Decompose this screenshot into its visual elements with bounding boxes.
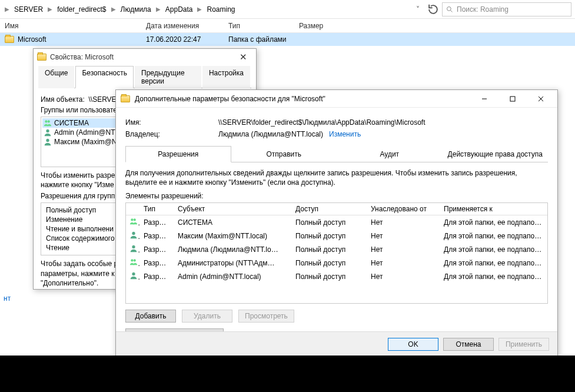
cancel-button[interactable]: Отмена (443, 338, 494, 351)
close-icon[interactable]: ✕ (234, 52, 252, 62)
file-row[interactable]: Microsoft 17.06.2020 22:47 Папка с файла… (0, 33, 575, 46)
description-text: Для получения дополнительных сведений дв… (125, 168, 548, 187)
principal-name: СИСТЕМА (54, 119, 89, 127)
svg-point-15 (134, 260, 136, 262)
col-size[interactable]: Размер (299, 22, 346, 30)
permission-entries-table[interactable]: Тип Субъект Доступ Унаследовано от Приме… (125, 202, 548, 304)
breadcrumb[interactable]: ▶ SERVER ▶ folder_redirect$ ▶ Людмила ▶ … (4, 4, 409, 15)
search-input[interactable]: Поиск: Roaming (442, 2, 571, 16)
refresh-icon[interactable] (427, 3, 440, 16)
table-row[interactable]: Разр…Людмила (Людмила@NTT.lo…Полный дост… (126, 242, 547, 256)
file-date: 17.06.2020 22:47 (146, 35, 228, 44)
th-type[interactable]: Тип (140, 203, 174, 215)
table-header[interactable]: Тип Субъект Доступ Унаследовано от Приме… (126, 203, 547, 215)
tab-previous-versions[interactable]: Предыдущие версии (135, 66, 201, 88)
svg-point-3 (48, 120, 50, 122)
dialog-titlebar[interactable]: Свойства: Microsoft ✕ (34, 49, 256, 65)
table-row[interactable]: Разр…Admin (Admin@NTT.local)Полный досту… (126, 270, 547, 283)
file-name: Microsoft (18, 35, 46, 44)
group-icon (129, 258, 138, 266)
black-bar (0, 356, 575, 392)
maximize-icon[interactable] (501, 91, 524, 107)
edit-hint-1: Чтобы изменить разре (41, 171, 115, 180)
owner-value: Людмила (Людмила@NTT.local) (218, 130, 323, 138)
minimize-icon[interactable] (473, 91, 496, 107)
tab-security[interactable]: Безопасность (75, 66, 134, 88)
cell-applies: Для этой папки, ее подпапок … (440, 271, 547, 283)
tab-audit[interactable]: Аудит (337, 146, 443, 162)
col-type[interactable]: Тип (228, 22, 299, 30)
dialog-titlebar[interactable]: Дополнительные параметры безопасности дл… (116, 90, 557, 108)
apply-button: Применить (498, 338, 549, 351)
ok-button[interactable]: OK (388, 338, 438, 351)
cell-subject: Admin (Admin@NTT.local) (174, 271, 292, 283)
cell-inherited: Нет (367, 257, 440, 269)
tab-general[interactable]: Общие (38, 66, 74, 88)
col-date[interactable]: Дата изменения (146, 22, 228, 30)
col-name[interactable]: Имя (0, 22, 146, 30)
search-placeholder: Поиск: Roaming (457, 5, 508, 14)
dialog-title: Дополнительные параметры безопасности дл… (135, 95, 468, 103)
column-headers[interactable]: Имя Дата изменения Тип Размер (0, 19, 575, 33)
change-owner-link[interactable]: Изменить (329, 130, 361, 138)
cell-access: Полный доступ (292, 230, 367, 242)
cell-type: Разр… (140, 257, 174, 269)
svg-rect-7 (510, 97, 515, 101)
user-icon (129, 271, 138, 280)
add-button[interactable]: Добавить (125, 310, 176, 323)
table-row[interactable]: Разр…СИСТЕМАПолный доступНетДля этой пап… (126, 215, 547, 229)
advanced-hint-3: "Дополнительно". (41, 279, 98, 287)
chevron-right-icon: ▶ (4, 6, 11, 12)
group-icon (44, 119, 52, 127)
cell-access: Полный доступ (292, 257, 367, 269)
close-icon[interactable] (529, 91, 553, 107)
crumb-1[interactable]: folder_redirect$ (55, 4, 108, 15)
advanced-hint-1: Чтобы задать особые р (41, 260, 118, 268)
svg-point-2 (45, 120, 47, 122)
crumb-2[interactable]: Людмила (118, 4, 154, 15)
th-inherited[interactable]: Унаследовано от (367, 203, 440, 215)
user-icon (44, 138, 52, 146)
th-subject[interactable]: Субъект (174, 203, 292, 215)
th-access[interactable]: Доступ (292, 203, 367, 215)
tab-share[interactable]: Отправить (231, 146, 337, 162)
owner-label: Владелец: (125, 130, 208, 138)
cell-subject: Администраторы (NTT\Адм… (174, 257, 292, 269)
view-button: Просмотреть (238, 310, 294, 323)
cell-subject: СИСТЕМА (174, 217, 292, 228)
user-icon (129, 244, 138, 253)
cell-inherited: Нет (367, 230, 440, 242)
crumb-3[interactable]: AppData (163, 4, 195, 15)
name-label: Имя: (125, 118, 208, 127)
table-row[interactable]: Разр…Администраторы (NTT\Адм…Полный дост… (126, 256, 547, 270)
cell-inherited: Нет (367, 244, 440, 255)
folder-icon (121, 95, 130, 102)
dialog-footer: OK Отмена Применить (116, 331, 557, 356)
name-value: \\SERVER\folder_redirect$\Людмила\AppDat… (218, 118, 426, 127)
cell-applies: Для этой папки, ее подпапок … (440, 217, 547, 228)
user-icon (44, 128, 52, 137)
svg-point-12 (132, 232, 135, 235)
cell-inherited: Нет (367, 217, 440, 228)
file-list: Microsoft 17.06.2020 22:47 Папка с файла… (0, 33, 575, 46)
svg-point-10 (131, 219, 133, 221)
svg-point-14 (131, 260, 133, 262)
sidebar-fragment[interactable]: нт (4, 294, 11, 303)
cell-type: Разр… (140, 244, 174, 255)
object-name-label: Имя объекта: (41, 95, 85, 104)
user-icon (129, 231, 138, 239)
crumb-0[interactable]: SERVER (12, 4, 45, 15)
entries-label: Элементы разрешений: (125, 192, 548, 200)
dropdown-icon[interactable]: ˅ (411, 3, 424, 16)
tab-effective-access[interactable]: Действующие права доступа (443, 146, 549, 162)
table-row[interactable]: Разр…Максим (Maxim@NTT.local)Полный дост… (126, 229, 547, 242)
th-applies[interactable]: Применяется к (440, 203, 547, 215)
svg-point-11 (134, 219, 136, 221)
tab-customize[interactable]: Настройка (202, 66, 250, 88)
crumb-4[interactable]: Roaming (204, 4, 237, 15)
address-bar: ▶ SERVER ▶ folder_redirect$ ▶ Людмила ▶ … (0, 0, 575, 19)
edit-hint-2: нажмите кнопку "Изме (41, 181, 114, 189)
tab-permissions[interactable]: Разрешения (125, 146, 231, 162)
group-icon (129, 217, 138, 225)
svg-point-16 (132, 273, 135, 275)
